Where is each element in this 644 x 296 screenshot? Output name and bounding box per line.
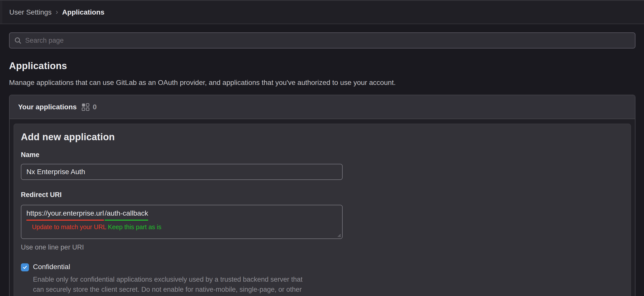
applications-count-badge: 0 bbox=[93, 103, 97, 111]
redirect-uri-host-part: https://your.enterprise.url bbox=[26, 209, 104, 221]
main-content: Applications Manage applications that ca… bbox=[0, 32, 644, 296]
add-application-card: Add new application Name Redirect URI ht… bbox=[14, 124, 631, 296]
applications-grid-icon bbox=[82, 103, 89, 111]
breadcrumb-applications: Applications bbox=[62, 8, 104, 16]
checkmark-icon bbox=[22, 265, 27, 270]
sidebar-edge bbox=[0, 1, 2, 24]
annotation-keep-part: Keep this part as is bbox=[108, 223, 162, 231]
breadcrumb-user-settings[interactable]: User Settings bbox=[9, 8, 52, 16]
uri-hint: Use one line per URI bbox=[21, 243, 624, 251]
name-label: Name bbox=[21, 151, 624, 159]
annotation-update-url: Update to match your URL bbox=[32, 223, 106, 231]
breadcrumb: User Settings › Applications bbox=[0, 8, 104, 17]
your-applications-panel: Your applications 0 Add new application … bbox=[9, 95, 635, 296]
redirect-uri-label: Redirect URI bbox=[21, 191, 624, 199]
confidential-help-text: Enable only for confidential application… bbox=[33, 274, 303, 296]
breadcrumb-bar: User Settings › Applications bbox=[0, 0, 644, 24]
redirect-uri-path-part: /auth-callback bbox=[105, 209, 148, 221]
search-page-box[interactable] bbox=[9, 32, 635, 48]
chevron-right-icon: › bbox=[55, 8, 59, 17]
page-description: Manage applications that can use GitLab … bbox=[9, 78, 635, 87]
search-input[interactable] bbox=[25, 37, 630, 44]
textarea-resize-handle-icon[interactable] bbox=[337, 233, 341, 237]
search-icon bbox=[14, 37, 22, 44]
panel-title: Your applications bbox=[18, 103, 77, 111]
add-application-title: Add new application bbox=[21, 131, 624, 142]
confidential-label[interactable]: Confidential bbox=[33, 263, 70, 271]
redirect-uri-value: https://your.enterprise.url/auth-callbac… bbox=[26, 209, 337, 221]
confidential-row: Confidential Enable only for confidentia… bbox=[21, 263, 624, 296]
panel-header: Your applications 0 bbox=[10, 95, 635, 119]
application-name-input[interactable] bbox=[21, 164, 343, 180]
redirect-uri-textarea[interactable]: https://your.enterprise.url/auth-callbac… bbox=[21, 205, 343, 239]
confidential-text-block: Confidential Enable only for confidentia… bbox=[33, 263, 303, 296]
page-title: Applications bbox=[9, 61, 635, 71]
panel-body: Add new application Name Redirect URI ht… bbox=[10, 119, 635, 296]
confidential-checkbox[interactable] bbox=[21, 263, 29, 271]
